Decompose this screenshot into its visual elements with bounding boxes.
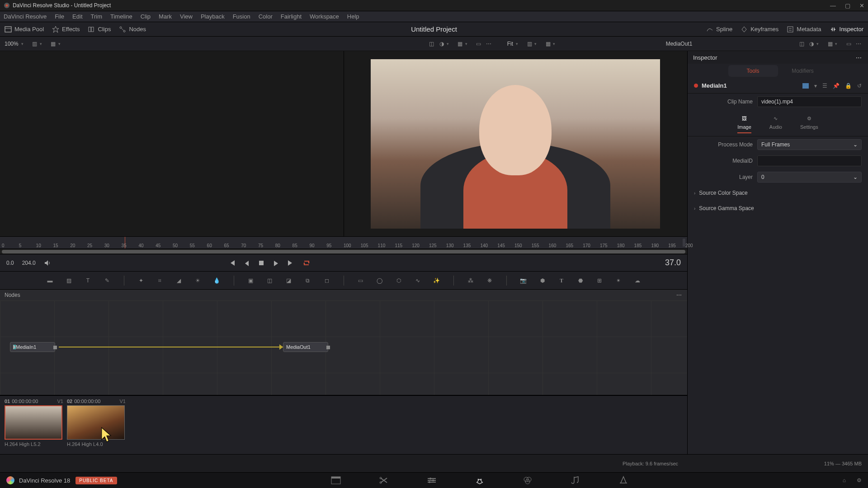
process-mode-select[interactable]: Full Frames ⌄ bbox=[757, 139, 862, 150]
clip-item[interactable]: 01 00:00:00:00 V1 H.264 High L5.2 bbox=[5, 399, 63, 451]
step-back-button[interactable] bbox=[244, 260, 250, 266]
text-tool[interactable]: T bbox=[83, 276, 93, 286]
merge-tool[interactable]: ▣ bbox=[246, 276, 256, 286]
project-settings-button[interactable]: ⚙ bbox=[857, 477, 862, 483]
rectangle-mask-tool[interactable]: ▭ bbox=[356, 276, 366, 286]
node-output-port[interactable] bbox=[326, 346, 330, 349]
node-mediaout1[interactable]: MediaOut1 bbox=[283, 342, 328, 352]
ruler-scrollbar[interactable] bbox=[0, 249, 687, 254]
node-connection[interactable] bbox=[59, 347, 283, 347]
subtab-image[interactable]: 🖼 Image bbox=[737, 114, 751, 133]
viewer-b-tiles-icon[interactable]: ▦ bbox=[825, 39, 835, 49]
nodes-canvas[interactable]: MediaIn1 MediaOut1 bbox=[0, 300, 687, 395]
chevron-down-icon[interactable]: ▾ bbox=[553, 42, 555, 46]
text3d-tool[interactable]: 𝐓 bbox=[557, 276, 566, 286]
chevron-down-icon[interactable]: ▾ bbox=[465, 42, 467, 46]
blur-tool[interactable]: 💧 bbox=[212, 276, 222, 286]
chevron-down-icon[interactable]: ▾ bbox=[21, 42, 24, 46]
menu-help[interactable]: Help bbox=[347, 13, 359, 20]
loop-button[interactable] bbox=[302, 259, 311, 267]
media-page-button[interactable] bbox=[330, 474, 342, 486]
minimize-button[interactable]: — bbox=[830, 2, 836, 9]
menu-davinci[interactable]: DaVinci Resolve bbox=[4, 13, 47, 20]
tracker-tool[interactable]: ✦ bbox=[136, 276, 146, 286]
cut-page-button[interactable] bbox=[378, 474, 390, 486]
layer-select[interactable]: 0 ⌄ bbox=[757, 172, 862, 183]
metadata-toggle[interactable]: Metadata bbox=[787, 26, 821, 33]
inspector-options-icon[interactable]: ⋯ bbox=[856, 54, 863, 61]
menu-clip[interactable]: Clip bbox=[141, 13, 151, 20]
subtab-audio[interactable]: ∿ Audio bbox=[769, 114, 782, 133]
render3d-tool[interactable]: ☁ bbox=[632, 276, 642, 286]
menu-file[interactable]: File bbox=[55, 13, 64, 20]
menu-trim[interactable]: Trim bbox=[91, 13, 103, 20]
viewer-single-icon[interactable]: ▭ bbox=[474, 39, 484, 49]
fairlight-page-button[interactable] bbox=[570, 474, 581, 486]
home-button[interactable]: ⌂ bbox=[843, 477, 846, 483]
polygon-mask-tool[interactable]: ⬡ bbox=[394, 276, 404, 286]
mediaid-input[interactable] bbox=[757, 155, 862, 166]
viewer-grid-icon[interactable]: ▦ bbox=[48, 39, 58, 49]
channels-tool[interactable]: ◫ bbox=[265, 276, 275, 286]
viewer-layout-icon[interactable]: ▥ bbox=[30, 39, 40, 49]
source-color-space-row[interactable]: › Source Color Space bbox=[688, 185, 868, 201]
viewer-b-layout-icon[interactable]: ▥ bbox=[524, 39, 534, 49]
chevron-down-icon[interactable]: ▾ bbox=[447, 42, 449, 46]
frame-current[interactable]: 37.0 bbox=[665, 258, 681, 267]
menu-fusion[interactable]: Fusion bbox=[233, 13, 250, 20]
go-first-button[interactable] bbox=[228, 259, 236, 267]
reset-icon[interactable]: ↺ bbox=[857, 83, 862, 89]
node-output-port[interactable] bbox=[53, 346, 57, 349]
fit-level[interactable]: Fit bbox=[507, 41, 513, 47]
menu-view[interactable]: View bbox=[180, 13, 193, 20]
go-last-button[interactable] bbox=[287, 259, 294, 267]
chevron-down-icon[interactable]: ▾ bbox=[534, 42, 537, 46]
viewer-b-more-icon[interactable]: ⋯ bbox=[854, 39, 863, 49]
keyframes-toggle[interactable]: Keyframes bbox=[741, 26, 778, 33]
menu-workspace[interactable]: Workspace bbox=[310, 13, 339, 20]
nodes-toggle[interactable]: Nodes bbox=[119, 26, 146, 33]
audio-icon[interactable] bbox=[44, 259, 51, 267]
light-tool[interactable]: ✴ bbox=[613, 276, 623, 286]
menu-edit[interactable]: Edit bbox=[72, 13, 82, 20]
subtab-settings[interactable]: ⚙ Settings bbox=[800, 114, 818, 133]
nodes-options-icon[interactable]: ⋯ bbox=[676, 292, 683, 298]
colortool[interactable]: ◢ bbox=[174, 276, 184, 286]
effects-toggle[interactable]: Effects bbox=[52, 26, 80, 33]
pin-icon[interactable]: 📌 bbox=[833, 83, 840, 89]
node-color-chip[interactable] bbox=[802, 83, 809, 89]
viewer-b-grid-icon[interactable]: ▦ bbox=[543, 39, 553, 49]
media-pool-toggle[interactable]: Media Pool bbox=[5, 26, 44, 33]
lock-icon[interactable]: 🔒 bbox=[845, 83, 852, 89]
clip-item[interactable]: 02 00:00:00:00 V1 H.264 High L4.0 bbox=[67, 399, 126, 451]
stop-button[interactable] bbox=[258, 260, 264, 266]
frame-in[interactable]: 0.0 bbox=[6, 260, 14, 266]
viewer-color-icon[interactable]: ◑ bbox=[437, 39, 447, 49]
paint-tool[interactable]: ✎ bbox=[102, 276, 112, 286]
chevron-down-icon[interactable]: ▾ bbox=[58, 42, 61, 46]
matte-tool[interactable]: ◪ bbox=[284, 276, 294, 286]
particles-tool[interactable]: ⁂ bbox=[466, 276, 476, 286]
background-tool[interactable]: ▬ bbox=[45, 276, 55, 286]
viewer-b-color-icon[interactable]: ◑ bbox=[807, 39, 816, 49]
menu-timeline[interactable]: Timeline bbox=[110, 13, 132, 20]
node-mediain1[interactable]: MediaIn1 bbox=[10, 342, 55, 352]
clip-name-input[interactable]: video(1).mp4 bbox=[757, 96, 862, 107]
deliver-page-button[interactable] bbox=[618, 474, 629, 486]
viewer-b-a-icon[interactable]: ◫ bbox=[797, 39, 807, 49]
wand-mask-tool[interactable]: ✨ bbox=[432, 276, 442, 286]
image3d-tool[interactable]: ⬢ bbox=[538, 276, 547, 286]
tab-modifiers[interactable]: Modifiers bbox=[778, 65, 828, 77]
fusion-page-button[interactable] bbox=[474, 474, 486, 486]
chevron-down-icon[interactable]: ▾ bbox=[516, 42, 518, 46]
maximize-button[interactable]: ▢ bbox=[845, 2, 850, 9]
clip-thumbnail[interactable] bbox=[5, 405, 62, 440]
camera3d-tool[interactable]: 📷 bbox=[519, 276, 528, 286]
chevron-down-icon[interactable]: ▾ bbox=[816, 42, 819, 46]
viewer-tiles-icon[interactable]: ▦ bbox=[455, 39, 465, 49]
ellipse-mask-tool[interactable]: ◯ bbox=[375, 276, 385, 286]
menu-color[interactable]: Color bbox=[259, 13, 273, 20]
zoom-level[interactable]: 100% bbox=[5, 41, 19, 47]
menu-fairlight[interactable]: Fairlight bbox=[281, 13, 302, 20]
menu-mark[interactable]: Mark bbox=[159, 13, 172, 20]
